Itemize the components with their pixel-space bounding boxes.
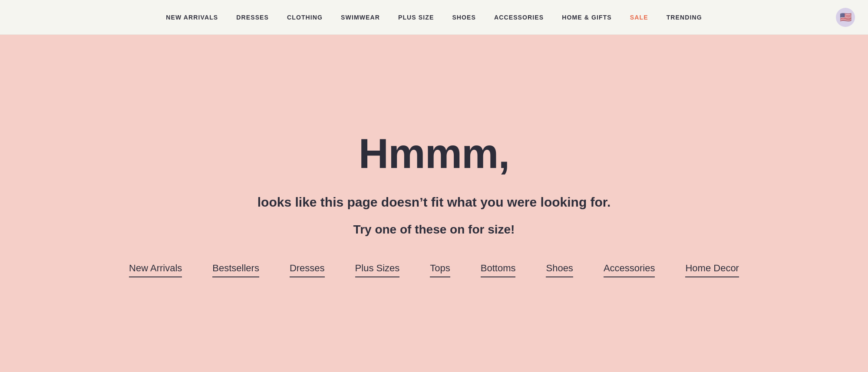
category-link-tops[interactable]: Tops [430, 263, 450, 277]
nav-item-plus-size[interactable]: PLUS SIZE [398, 14, 434, 21]
nav-item-clothing[interactable]: CLOTHING [287, 14, 323, 21]
nav-item-new-arrivals[interactable]: NEW ARRIVALS [166, 14, 218, 21]
category-link-accessories[interactable]: Accessories [604, 263, 655, 277]
nav-item-trending[interactable]: TRENDING [667, 14, 702, 21]
flag-button[interactable]: 🇺🇸 [836, 8, 855, 27]
nav-item-home-gifts[interactable]: HOME & GIFTS [562, 14, 612, 21]
category-link-plus-sizes[interactable]: Plus Sizes [355, 263, 400, 277]
nav-item-shoes[interactable]: SHOES [452, 14, 476, 21]
category-link-bottoms[interactable]: Bottoms [481, 263, 516, 277]
header: NEW ARRIVALSDRESSESCLOTHINGSWIMWEARPLUS … [0, 0, 868, 35]
category-link-shoes[interactable]: Shoes [546, 263, 573, 277]
nav-item-sale[interactable]: SALE [630, 14, 648, 21]
nav-item-accessories[interactable]: ACCESSORIES [494, 14, 544, 21]
nav-item-dresses[interactable]: DRESSES [236, 14, 269, 21]
category-link-bestsellers[interactable]: Bestsellers [212, 263, 259, 277]
category-link-home-decor[interactable]: Home Decor [685, 263, 739, 277]
error-title: Hmmm, [359, 130, 509, 178]
category-link-new-arrivals[interactable]: New Arrivals [129, 263, 182, 277]
category-link-dresses[interactable]: Dresses [290, 263, 325, 277]
nav-item-swimwear[interactable]: SWIMWEAR [341, 14, 380, 21]
main-nav: NEW ARRIVALSDRESSESCLOTHINGSWIMWEARPLUS … [26, 14, 842, 21]
cta-text: Try one of these on for size! [353, 223, 515, 237]
category-links-row: New ArrivalsBestsellersDressesPlus Sizes… [129, 263, 739, 277]
error-subtitle: looks like this page doesn’t fit what yo… [257, 195, 611, 210]
main-content: Hmmm, looks like this page doesn’t fit w… [0, 35, 868, 372]
